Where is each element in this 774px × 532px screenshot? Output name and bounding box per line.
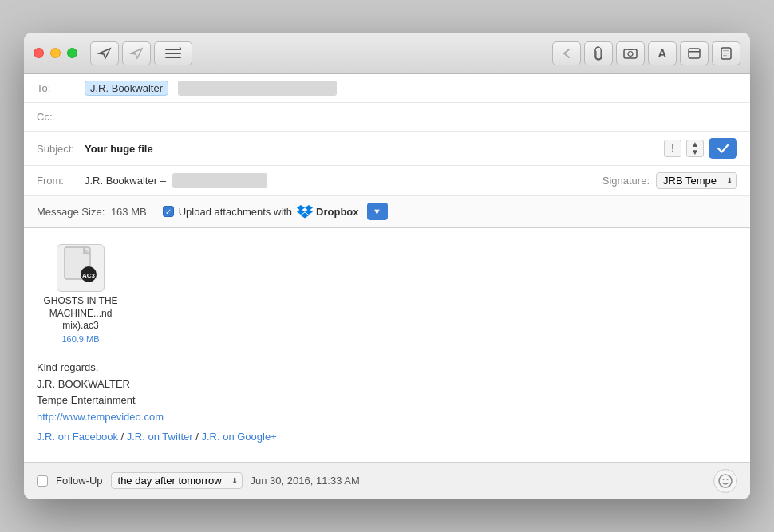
attachment-size: 160.9 MB (61, 334, 99, 344)
svg-point-17 (727, 479, 729, 480)
to-email-blurred: hidden (178, 81, 337, 96)
attachment-button[interactable] (584, 41, 613, 65)
sig-website-link[interactable]: http://www.tempevideo.com (37, 411, 164, 423)
list-button[interactable] (154, 41, 192, 65)
titlebar: A (24, 33, 750, 74)
notes-button[interactable] (712, 41, 740, 65)
svg-rect-11 (723, 55, 727, 56)
upload-label-text: Upload attachments with (179, 206, 292, 218)
follow-up-date: Jun 30, 2016, 11:33 AM (251, 475, 360, 487)
dropbox-logo: Dropbox (297, 203, 358, 219)
toolbar-left (90, 41, 192, 65)
subject-stepper[interactable]: ▲ ▼ (686, 140, 704, 157)
follow-up-label: Follow-Up (56, 475, 103, 487)
subject-value[interactable]: Your huge file (85, 143, 664, 155)
font-button[interactable]: A (648, 41, 677, 65)
svg-rect-7 (689, 51, 700, 53)
from-name: J.R. Bookwalter – hidden (85, 173, 602, 188)
cc-row: Cc: (24, 103, 750, 132)
to-recipient-name: J.R. Bookwalter (90, 82, 163, 94)
priority-button[interactable]: ! (664, 140, 681, 157)
send-alt-button[interactable] (122, 41, 151, 65)
attachment-container: AC3 GHOSTS IN THE MACHINE...nd mix).ac3 … (37, 244, 737, 344)
svg-rect-3 (624, 49, 637, 58)
sig-name: J.R. BOOKWALTER (37, 376, 737, 393)
from-right: Signature: JRB Tempe ⬍ (602, 172, 737, 189)
svg-rect-2 (165, 57, 181, 58)
to-label: To: (37, 82, 85, 94)
to-value: J.R. Bookwalter hidden (85, 81, 737, 96)
signature-select-wrapper: JRB Tempe ⬍ (656, 172, 737, 189)
minimize-button[interactable] (50, 48, 61, 58)
follow-up-checkbox[interactable] (37, 475, 48, 487)
subject-label: Subject: (37, 143, 85, 155)
follow-up-select-wrapper: the day after tomorrow tomorrow in one w… (111, 472, 243, 489)
svg-rect-5 (628, 49, 633, 50)
send-button[interactable] (90, 41, 119, 65)
emoji-button[interactable] (713, 469, 737, 493)
signature-label: Signature: (602, 175, 650, 187)
sig-company: Tempe Entertainment (37, 392, 737, 409)
message-size-value: 163 MB (111, 206, 147, 218)
svg-point-16 (723, 479, 725, 480)
to-recipient-chip[interactable]: J.R. Bookwalter (85, 81, 168, 96)
attachment-name: GHOSTS IN THE MACHINE...nd mix).ac3 (37, 295, 124, 333)
cc-label: Cc: (37, 111, 85, 123)
confirm-button[interactable] (709, 138, 737, 159)
dropbox-checkbox[interactable]: ✓ (163, 206, 174, 217)
signature-block: Kind regards, J.R. BOOKWALTER Tempe Ente… (37, 360, 737, 446)
window-button[interactable] (680, 41, 709, 65)
svg-rect-10 (723, 53, 729, 53)
sig-website: http://www.tempevideo.com (37, 409, 737, 426)
footer-bar: Follow-Up the day after tomorrow tomorro… (24, 462, 750, 499)
svg-rect-6 (689, 49, 700, 58)
svg-rect-1 (165, 53, 181, 54)
dropbox-dropdown-button[interactable]: ▼ (367, 203, 388, 220)
dropbox-upload-label[interactable]: ✓ Upload attachments with Dropbox (163, 203, 388, 220)
svg-point-15 (719, 475, 732, 487)
attachment-item[interactable]: AC3 GHOSTS IN THE MACHINE...nd mix).ac3 … (37, 244, 124, 344)
from-left: From: J.R. Bookwalter – hidden (37, 173, 602, 188)
subject-row: Subject: Your huge file ! ▲ ▼ (24, 132, 750, 166)
message-size-row: Message Size: 163 MB ✓ Upload attachment… (24, 196, 750, 227)
compose-window: A To: (24, 33, 750, 499)
attachment-icon: AC3 (57, 244, 105, 292)
svg-point-4 (628, 51, 633, 56)
back-button[interactable] (552, 41, 581, 65)
sig-googleplus-link[interactable]: J.R. on Google+ (201, 431, 276, 443)
message-size-text: Message Size: 163 MB (37, 206, 147, 218)
svg-rect-9 (723, 50, 729, 51)
svg-rect-0 (165, 49, 181, 50)
toolbar-right: A (552, 41, 740, 65)
close-button[interactable] (34, 48, 44, 58)
from-label: From: (37, 175, 85, 187)
footer-right (713, 469, 737, 493)
from-email-blurred: hidden (172, 173, 267, 188)
subject-controls: ! ▲ ▼ (664, 138, 737, 159)
traffic-lights (34, 48, 77, 58)
svg-text:AC3: AC3 (82, 272, 96, 279)
sig-greeting: Kind regards, (37, 360, 737, 376)
header-fields: To: J.R. Bookwalter hidden Cc: Subject: … (24, 74, 750, 228)
sig-links-row: J.R. on Facebook / J.R. on Twitter / J.R… (37, 429, 737, 446)
to-row: To: J.R. Bookwalter hidden (24, 74, 750, 103)
photo-button[interactable] (616, 41, 645, 65)
sig-facebook-link[interactable]: J.R. on Facebook (37, 431, 118, 443)
sig-twitter-link[interactable]: J.R. on Twitter (127, 431, 193, 443)
signature-select[interactable]: JRB Tempe (656, 172, 737, 189)
dropbox-icon (297, 203, 313, 219)
body-area[interactable]: AC3 GHOSTS IN THE MACHINE...nd mix).ac3 … (24, 228, 750, 462)
dropbox-text: Dropbox (316, 206, 358, 218)
attachment-file-icon: AC3 (63, 246, 98, 291)
sig-separator-1: / (121, 431, 127, 443)
follow-up-select[interactable]: the day after tomorrow tomorrow in one w… (111, 472, 243, 489)
fullscreen-button[interactable] (67, 48, 77, 58)
from-row: From: J.R. Bookwalter – hidden Signature… (24, 166, 750, 196)
